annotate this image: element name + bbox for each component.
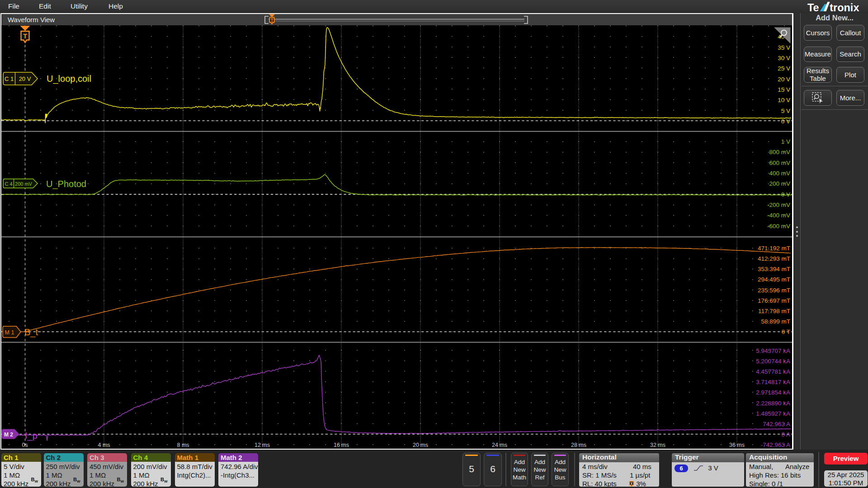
svg-text:36 ms: 36 ms xyxy=(729,442,745,448)
svg-text:0 V: 0 V xyxy=(781,118,790,125)
svg-text:15 V: 15 V xyxy=(778,86,790,93)
svg-text:0s: 0s xyxy=(22,442,28,448)
svg-text:-742.963 A: -742.963 A xyxy=(761,441,790,448)
svg-text:0 V: 0 V xyxy=(781,191,790,198)
svg-text:C 1: C 1 xyxy=(5,75,14,82)
svg-text:5.943707 kA: 5.943707 kA xyxy=(756,347,790,354)
svg-text:T: T xyxy=(23,33,27,40)
svg-text:117.798 mT: 117.798 mT xyxy=(758,308,790,314)
svg-text:Te: Te xyxy=(807,2,819,13)
svg-text:2.228890 kA: 2.228890 kA xyxy=(756,400,790,407)
svg-text:742.963 A: 742.963 A xyxy=(763,421,790,427)
svg-text:25 V: 25 V xyxy=(778,65,790,72)
svg-text:412.293 mT: 412.293 mT xyxy=(758,255,790,262)
svg-text:12 ms: 12 ms xyxy=(255,442,270,448)
svg-text:20 ms: 20 ms xyxy=(413,442,428,448)
svg-text:4.457781 kA: 4.457781 kA xyxy=(756,368,790,375)
svg-text:B_t: B_t xyxy=(24,327,38,338)
svg-text:28 ms: 28 ms xyxy=(571,442,586,448)
svg-text:-400 mV: -400 mV xyxy=(767,212,790,219)
svg-text:235.596 mT: 235.596 mT xyxy=(758,287,790,294)
svg-text:353.394 mT: 353.394 mT xyxy=(758,266,790,272)
svg-text:20 V: 20 V xyxy=(778,76,790,83)
svg-text:471.192 mT: 471.192 mT xyxy=(758,245,790,252)
svg-text:-200 mV: -200 mV xyxy=(767,202,790,208)
svg-text:T: T xyxy=(631,482,633,486)
svg-text:294.495 mT: 294.495 mT xyxy=(758,276,790,283)
svg-text:-600 mV: -600 mV xyxy=(767,223,790,230)
svg-text:176.697 mT: 176.697 mT xyxy=(758,297,790,304)
svg-text:U_Photod: U_Photod xyxy=(46,179,86,189)
svg-text:1.485927 kA: 1.485927 kA xyxy=(756,410,790,417)
svg-text:20 V: 20 V xyxy=(19,75,31,82)
svg-text:5 V: 5 V xyxy=(781,108,790,114)
svg-text:U_loop,coil: U_loop,coil xyxy=(47,74,91,84)
svg-text:M 1: M 1 xyxy=(5,329,14,336)
svg-text:600 mV: 600 mV xyxy=(769,160,790,166)
svg-text:tronix: tronix xyxy=(830,2,859,13)
svg-text:58.899 mT: 58.899 mT xyxy=(761,318,790,325)
svg-text:T: T xyxy=(270,18,273,23)
svg-text:5.200744 kA: 5.200744 kA xyxy=(756,358,790,365)
svg-text:200 mV: 200 mV xyxy=(15,181,33,187)
svg-text:35 V: 35 V xyxy=(778,44,790,51)
svg-text:32 ms: 32 ms xyxy=(650,442,665,448)
svg-text:C 4: C 4 xyxy=(5,181,12,187)
svg-text:10 V: 10 V xyxy=(778,97,790,103)
svg-text:400 mV: 400 mV xyxy=(769,170,790,177)
svg-text:8 ms: 8 ms xyxy=(177,442,189,448)
svg-text:I_p: I_p xyxy=(25,431,38,441)
svg-text:30 V: 30 V xyxy=(778,55,790,61)
svg-text:800 mV: 800 mV xyxy=(769,149,790,155)
svg-text:200 mV: 200 mV xyxy=(769,180,790,187)
svg-text:3.714817 kA: 3.714817 kA xyxy=(756,379,790,385)
svg-text:24 ms: 24 ms xyxy=(492,442,507,448)
svg-text:16 ms: 16 ms xyxy=(334,442,349,448)
svg-text:2.971854 kA: 2.971854 kA xyxy=(756,389,790,396)
svg-text:1 V: 1 V xyxy=(781,138,790,145)
svg-text:0 T: 0 T xyxy=(782,328,790,335)
svg-text:M 2: M 2 xyxy=(4,432,13,438)
svg-text:0 A: 0 A xyxy=(781,431,790,438)
svg-text:4 ms: 4 ms xyxy=(98,442,110,448)
